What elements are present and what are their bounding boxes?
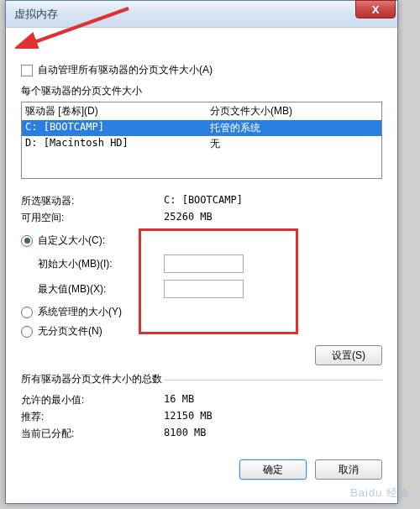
auto-manage-checkbox[interactable] bbox=[21, 65, 33, 76]
selected-drive-row: 所选驱动器: C: [BOOTCAMP] bbox=[21, 194, 382, 208]
drive-section-label: 每个驱动器的分页文件大小 bbox=[21, 84, 382, 98]
close-button[interactable]: X bbox=[355, 0, 396, 18]
custom-size-row: 自定义大小(C): bbox=[21, 234, 382, 248]
system-managed-radio[interactable] bbox=[21, 307, 33, 318]
no-paging-row: 无分页文件(N) bbox=[21, 324, 382, 338]
recommended-row: 推荐: 12150 MB bbox=[21, 410, 382, 424]
initial-size-row: 初始大小(MB)(I): bbox=[38, 254, 382, 273]
window-title: 虚拟内存 bbox=[14, 7, 58, 22]
custom-size-radio[interactable] bbox=[21, 235, 33, 247]
titlebar: 虚拟内存 X bbox=[6, 1, 397, 28]
close-icon: X bbox=[372, 3, 380, 16]
header-paging: 分页文件大小(MB) bbox=[210, 104, 378, 118]
watermark: Baidu 经验 bbox=[350, 485, 410, 501]
max-size-input[interactable] bbox=[164, 280, 244, 298]
drive-row[interactable]: D: [Macintosh HD] 无 bbox=[22, 136, 381, 152]
dialog-content: 自动管理所有驱动器的分页文件大小(A) 每个驱动器的分页文件大小 驱动器 [卷标… bbox=[6, 28, 397, 495]
totals-title: 所有驱动器分页文件大小的总数 bbox=[21, 372, 382, 386]
allocated-row: 当前已分配: 8100 MB bbox=[21, 427, 382, 441]
virtual-memory-dialog: 虚拟内存 X 自动管理所有驱动器的分页文件大小(A) 每个驱动器的分页文件大小 … bbox=[5, 0, 398, 504]
cancel-button[interactable]: 取消 bbox=[315, 459, 382, 480]
initial-size-input[interactable] bbox=[164, 254, 244, 273]
header-drive: 驱动器 [卷标](D) bbox=[25, 104, 210, 118]
dialog-buttons: 确定 取消 bbox=[21, 459, 382, 480]
max-size-row: 最大值(MB)(X): bbox=[38, 280, 382, 298]
available-space-row: 可用空间: 25260 MB bbox=[21, 211, 382, 225]
size-options-group: 自定义大小(C): 初始大小(MB)(I): 最大值(MB)(X): 系统管理的… bbox=[21, 234, 382, 338]
drive-row[interactable]: C: [BOOTCAMP] 托管的系统 bbox=[22, 120, 381, 136]
drive-list-header: 驱动器 [卷标](D) 分页文件大小(MB) bbox=[22, 102, 381, 120]
no-paging-radio[interactable] bbox=[21, 326, 33, 338]
ok-button[interactable]: 确定 bbox=[239, 459, 307, 480]
auto-manage-label: 自动管理所有驱动器的分页文件大小(A) bbox=[38, 63, 213, 77]
auto-manage-row: 自动管理所有驱动器的分页文件大小(A) bbox=[21, 63, 382, 77]
min-value-row: 允许的最小值: 16 MB bbox=[21, 393, 382, 407]
set-button[interactable]: 设置(S) bbox=[315, 345, 382, 365]
drive-list[interactable]: 驱动器 [卷标](D) 分页文件大小(MB) C: [BOOTCAMP] 托管的… bbox=[21, 102, 382, 179]
system-managed-row: 系统管理的大小(Y) bbox=[21, 305, 382, 319]
